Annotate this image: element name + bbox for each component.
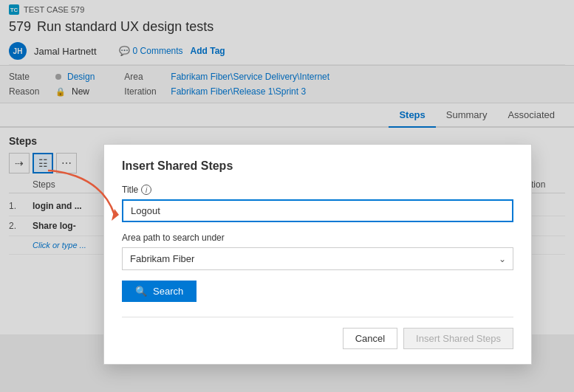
modal-insert-shared-steps: Insert Shared Steps Title i Area path to… [103, 144, 532, 365]
area-field-label: Area path to search under [122, 233, 513, 243]
insert-shared-steps-button[interactable]: Insert Shared Steps [403, 328, 513, 349]
modal-footer: Cancel Insert Shared Steps [122, 317, 513, 349]
info-icon: i [141, 185, 151, 195]
area-select[interactable]: Fabrikam Fiber Fabrikam Fiber\Service De… [122, 247, 513, 270]
modal-title: Insert Shared Steps [122, 159, 513, 173]
title-input[interactable] [122, 199, 513, 222]
search-label: Search [153, 286, 183, 297]
title-field-label: Title i [122, 185, 513, 195]
area-select-wrapper: Fabrikam Fiber Fabrikam Fiber\Service De… [122, 247, 513, 270]
cancel-button[interactable]: Cancel [343, 328, 397, 349]
search-icon: 🔍 [135, 286, 147, 297]
search-button[interactable]: 🔍 Search [122, 281, 197, 302]
